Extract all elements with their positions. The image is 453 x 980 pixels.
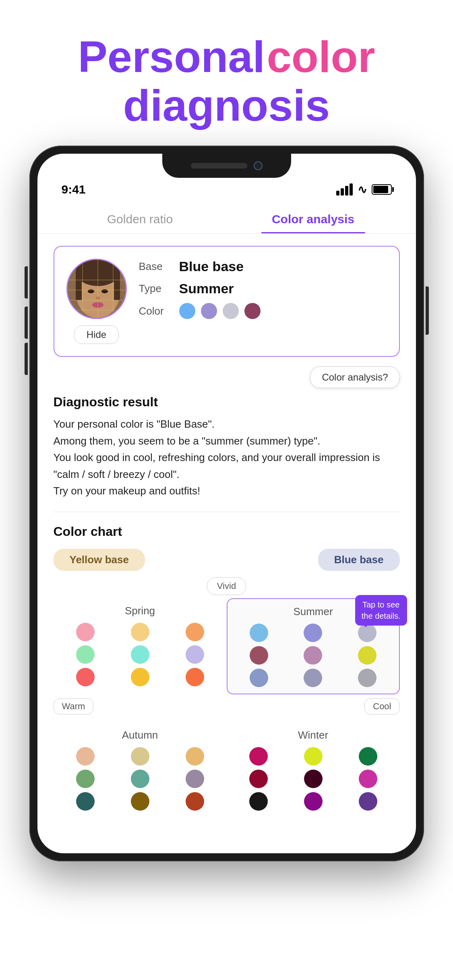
notch-camera: [254, 161, 263, 170]
season-winter: Winter: [227, 723, 400, 817]
blue-base-label: Blue base: [318, 549, 400, 571]
info-row-type: Type Summer: [139, 281, 387, 296]
season-autumn: Autumn: [54, 723, 227, 817]
winter-dot-3: [359, 747, 377, 766]
signal-bars-icon: [336, 183, 353, 196]
autumn-dot-1: [76, 747, 95, 766]
color-dots: [179, 303, 261, 319]
status-time: 9:41: [62, 183, 86, 196]
avatar: [66, 259, 127, 319]
autumn-dot-6: [186, 770, 204, 788]
autumn-dot-5: [131, 770, 149, 788]
notch-speaker: [191, 163, 247, 169]
autumn-dot-9: [186, 792, 204, 811]
tab-color-analysis[interactable]: Color analysis: [227, 204, 400, 233]
spring-dot-4: [76, 645, 95, 664]
spring-dot-9: [186, 668, 204, 686]
result-info: Base Blue base Type Summer Color: [139, 259, 387, 325]
title-color: color: [267, 32, 375, 81]
spring-dot-2: [131, 623, 149, 641]
spring-dot-5: [131, 645, 149, 664]
summer-dot-9: [358, 669, 376, 687]
cool-label: Cool: [364, 698, 399, 714]
hide-button[interactable]: Hide: [74, 325, 119, 344]
summer-dots: [234, 624, 393, 687]
spring-dot-3: [186, 623, 204, 641]
analysis-btn-wrapper: Color analysis?: [54, 366, 400, 388]
axis-row: Warm Cool: [54, 694, 400, 719]
autumn-dot-7: [76, 792, 95, 811]
winter-dot-9: [359, 792, 377, 811]
color-analysis-button[interactable]: Color analysis?: [310, 366, 399, 388]
autumn-dots: [60, 747, 220, 811]
svg-rect-3: [114, 272, 120, 300]
spring-dot-7: [76, 668, 95, 686]
base-labels: Yellow base Blue base: [54, 549, 400, 571]
autumn-name: Autumn: [60, 729, 220, 741]
yellow-base-label: Yellow base: [54, 549, 145, 571]
winter-dot-2: [304, 747, 323, 766]
diagnostic-text: Your personal color is "Blue Base". Amon…: [54, 416, 400, 500]
phone-screen: 9:41 ∿ Golden ratio: [37, 154, 416, 853]
vivid-wrapper: Vivid: [54, 577, 400, 595]
autumn-dot-3: [186, 747, 204, 766]
color-dot-3: [223, 303, 239, 319]
summer-dot-1: [250, 624, 268, 642]
title-personal: Personal: [78, 32, 265, 81]
wifi-icon: ∿: [358, 183, 367, 196]
color-dot-1: [179, 303, 195, 319]
battery-icon: [372, 184, 392, 195]
winter-dot-6: [359, 770, 377, 788]
result-card: Hide Base Blue base Type Summer Color: [54, 246, 400, 357]
summer-dot-7: [250, 669, 268, 687]
tab-bar: Golden ratio Color analysis: [37, 204, 416, 234]
type-label: Type: [139, 282, 171, 295]
avatar-image: [68, 260, 127, 319]
seasons-grid-2: Autumn: [54, 723, 400, 817]
season-spring: Spring: [54, 598, 227, 694]
winter-dot-7: [249, 792, 268, 811]
summer-dot-8: [304, 669, 322, 687]
winter-dot-1: [249, 747, 268, 766]
info-row-color: Color: [139, 303, 387, 319]
winter-dot-4: [249, 770, 268, 788]
winter-name: Winter: [233, 729, 393, 741]
color-chart-title: Color chart: [54, 524, 400, 539]
season-summer[interactable]: Tap to seethe details. Summer: [227, 598, 400, 694]
spring-dot-1: [76, 623, 95, 641]
avatar-section: Hide: [66, 259, 127, 344]
spring-dot-8: [131, 668, 149, 686]
seasons-grid: Spring: [54, 598, 400, 694]
color-dot-2: [201, 303, 217, 319]
vivid-label: Vivid: [207, 577, 246, 595]
type-value: Summer: [179, 281, 234, 296]
winter-dots: [233, 747, 393, 811]
page-header: Personal color diagnosis: [0, 0, 453, 146]
spring-dots: [60, 623, 220, 686]
divider: [54, 512, 400, 512]
screen-content: Hide Base Blue base Type Summer Color: [37, 234, 416, 853]
notch: [162, 154, 291, 178]
summer-dot-2: [304, 624, 322, 642]
color-dot-4: [244, 303, 261, 319]
svg-rect-2: [76, 272, 82, 300]
warm-label: Warm: [54, 698, 94, 714]
diagnostic-section-title: Diagnostic result: [54, 395, 400, 410]
winter-dot-8: [304, 792, 323, 811]
spring-name: Spring: [60, 605, 220, 617]
autumn-dot-8: [131, 792, 149, 811]
title-diagnosis: diagnosis: [123, 80, 330, 130]
summer-dot-5: [304, 646, 322, 665]
phone-wrapper: 9:41 ∿ Golden ratio: [0, 146, 453, 861]
tap-tooltip: Tap to seethe details.: [355, 595, 407, 626]
base-value: Blue base: [179, 259, 244, 274]
summer-dot-4: [250, 646, 268, 665]
base-label: Base: [139, 260, 171, 273]
phone-frame: 9:41 ∿ Golden ratio: [29, 146, 424, 861]
status-right: ∿: [336, 183, 392, 196]
spring-dot-6: [186, 645, 204, 664]
winter-dot-5: [304, 770, 323, 788]
autumn-dot-4: [76, 770, 95, 788]
info-row-base: Base Blue base: [139, 259, 387, 274]
tab-golden-ratio[interactable]: Golden ratio: [54, 204, 227, 233]
